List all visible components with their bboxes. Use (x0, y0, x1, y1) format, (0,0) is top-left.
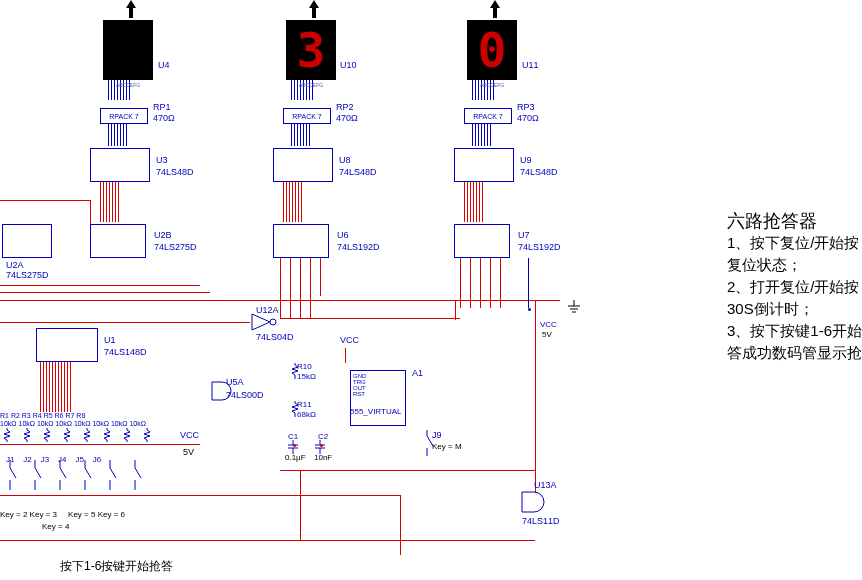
svg-line-6 (35, 468, 41, 478)
ic-u9 (454, 148, 514, 182)
ref-u2a: U2A (6, 260, 24, 270)
wire-v7 (470, 258, 471, 308)
type-u1: 74LS148D (104, 347, 147, 357)
ref-c2: C2 (318, 432, 328, 441)
gate-u13a (520, 490, 552, 516)
svg-marker-0 (252, 314, 270, 330)
bus3-c (464, 182, 483, 222)
sw-gnd-v (400, 495, 401, 555)
bus-u1 (40, 362, 71, 412)
svg-line-3 (10, 468, 16, 478)
ref-u1: U1 (104, 335, 116, 345)
v5-label: 5V (183, 447, 194, 457)
j-keys: Key = 2 Key = 3 Key = 5 Key = 6 (0, 510, 125, 519)
ref-a1: A1 (412, 368, 423, 378)
switches-row (0, 460, 175, 492)
ref-u2b: U2B (154, 230, 172, 240)
wire-v4 (310, 258, 311, 318)
wire-h2 (0, 292, 210, 293)
ref-r11: R11 (297, 400, 312, 409)
vcc2: VCC (540, 320, 557, 329)
sw-gnd-rail (0, 495, 400, 496)
ref-j9: J9 (432, 430, 442, 440)
display-u4: ABCDEFG (103, 20, 153, 80)
clk-wire-v (455, 300, 456, 320)
description-text: 六路抢答器 1、按下复位/开始按 复位状态； 2、打开复位/开始按 30S倒计时… (727, 210, 862, 364)
gate-u12a (250, 312, 280, 334)
svg-line-12 (85, 468, 91, 478)
ic-u2a (2, 224, 52, 258)
wire-v5 (320, 258, 321, 296)
probe1 (125, 0, 137, 20)
v5-2: 5V (542, 330, 552, 339)
ref-u10: U10 (340, 60, 357, 70)
bus2-u10 (291, 124, 310, 146)
wire-v3 (300, 258, 301, 318)
vcc-rail (0, 444, 200, 445)
clk-wire (280, 318, 460, 319)
wire-v9 (490, 258, 491, 308)
wire-h1 (0, 285, 200, 286)
ref-rp3: RP3 (517, 102, 535, 112)
probe2 (308, 0, 320, 20)
ref-u6: U6 (337, 230, 349, 240)
val-c1: 0.1μF (285, 453, 306, 462)
val-rp3: 470Ω (517, 113, 539, 123)
val-r11: 68kΩ (297, 410, 316, 419)
wire-to-u12a (0, 322, 250, 323)
555-gnd-v (300, 470, 301, 540)
ic-u6 (273, 224, 329, 258)
display-u10: 3 ABCDEFG (286, 20, 336, 80)
ref-c1: C1 (288, 432, 298, 441)
r-row-val: 10kΩ 10kΩ 10kΩ 10kΩ 10kΩ 10kΩ 10kΩ 10kΩ (0, 420, 146, 427)
svg-line-9 (60, 468, 66, 478)
svg-point-1 (270, 319, 276, 325)
ic-u2b (90, 224, 146, 258)
rpack-rp1: RPACK 7 (100, 108, 148, 124)
rpack-rp2: RPACK 7 (283, 108, 331, 124)
wire-v8 (480, 258, 481, 308)
key-j9: Key = M (432, 442, 462, 451)
vcc-555: VCC (340, 335, 359, 345)
val-rp2: 470Ω (336, 113, 358, 123)
type-u9: 74LS48D (520, 167, 558, 177)
ref-rp2: RP2 (336, 102, 354, 112)
bus2-u4 (108, 124, 127, 146)
j-keys2: Key = 4 (42, 522, 69, 531)
svg-marker-35 (126, 0, 136, 18)
type-u8: 74LS48D (339, 167, 377, 177)
resistor-symbols (2, 428, 172, 444)
svg-marker-37 (490, 0, 500, 18)
wire-v1 (280, 258, 281, 318)
ref-u12a: U12A (256, 305, 279, 315)
type-u2a: 74LS275D (6, 270, 49, 280)
right-vert (535, 300, 536, 505)
ref-r10: R10 (297, 362, 312, 371)
type-u2b: 74LS275D (154, 242, 197, 252)
bus3-b (283, 182, 302, 222)
bottom-caption: 按下1-6按键开始抢答 (60, 558, 173, 575)
ic-u3 (90, 148, 150, 182)
type-u13a: 74LS11D (522, 516, 560, 526)
val-r10: 15kΩ (297, 372, 316, 381)
rpack-rp3: RPACK 7 (464, 108, 512, 124)
vcc-555-v (345, 348, 346, 363)
probe3 (489, 0, 501, 20)
vcc-label: VCC (180, 430, 199, 440)
ref-u11: U11 (522, 60, 539, 70)
type-u5a: 74LS00D (226, 390, 264, 400)
type-u7: 74LS192D (518, 242, 561, 252)
bottom-rail (0, 540, 535, 541)
ref-rp1: RP1 (153, 102, 171, 112)
ref-u9: U9 (520, 155, 532, 165)
wire-v0 (90, 200, 91, 224)
gnd1 (567, 300, 581, 316)
type-u6: 74LS192D (337, 242, 380, 252)
wire-v10 (500, 258, 501, 308)
type-a1: 555_VIRTUAL (350, 407, 401, 416)
ref-u4: U4 (158, 60, 170, 70)
r-row: R1 R2 R3 R4 R5 R6 R7 R8 (0, 412, 85, 419)
gnd-wire (528, 258, 529, 308)
val-c2: 10nF (314, 453, 332, 462)
ic-a1: GNDTRGOUTRST (350, 370, 406, 426)
